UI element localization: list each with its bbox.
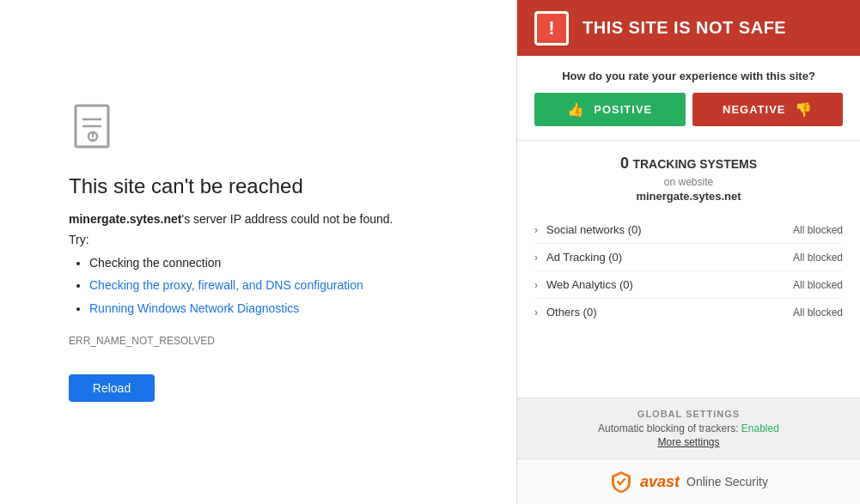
avast-product: Online Security: [686, 475, 768, 489]
tracker-row-social[interactable]: › Social networks (0) All blocked: [534, 216, 843, 244]
chrome-error-page: This site can't be reached minergate.syt…: [0, 0, 516, 504]
tracker-row-ad[interactable]: › Ad Tracking (0) All blocked: [534, 244, 843, 271]
avast-brand: avast: [640, 473, 680, 491]
tracker-row-others[interactable]: › Others (0) All blocked: [534, 299, 843, 325]
list-item: Checking the connection: [89, 253, 448, 272]
global-settings-section: GLOBAL SETTINGS Automatic blocking of tr…: [517, 398, 860, 458]
enabled-link[interactable]: Enabled: [741, 422, 779, 434]
positive-label: POSITIVE: [594, 103, 652, 116]
avast-panel: ! THIS SITE IS NOT SAFE How do you rate …: [516, 0, 860, 504]
rating-question: How do you rate your experience with thi…: [534, 70, 843, 82]
avast-footer: avast Online Security: [517, 458, 860, 504]
tracker-name: Others (0): [546, 306, 793, 319]
tracking-on-text: on website: [534, 176, 843, 188]
svg-point-5: [92, 138, 94, 140]
network-diagnostics-link[interactable]: Running Windows Network Diagnostics: [89, 301, 299, 315]
try-label: Try:: [69, 233, 448, 246]
negative-button[interactable]: NEGATIVE 👎: [692, 93, 844, 126]
tracking-label: TRACKING SYSTEMS: [632, 157, 757, 171]
rating-section: How do you rate your experience with thi…: [517, 56, 860, 141]
tracker-status: All blocked: [793, 307, 843, 319]
chevron-right-icon: ›: [534, 252, 538, 264]
error-code: ERR_NAME_NOT_RESOLVED: [69, 335, 448, 347]
error-domain-text: minergate.sytes.net's server IP address …: [69, 212, 448, 226]
warning-header: ! THIS SITE IS NOT SAFE: [517, 0, 860, 56]
more-settings-link[interactable]: More settings: [534, 436, 843, 448]
chevron-right-icon: ›: [534, 307, 538, 319]
error-icon: [69, 102, 448, 157]
tracker-name: Ad Tracking (0): [546, 251, 793, 264]
thumbs-down-icon: 👎: [795, 101, 813, 118]
tracking-count-line: 0 TRACKING SYSTEMS: [534, 155, 843, 173]
global-settings-title: GLOBAL SETTINGS: [534, 409, 843, 419]
exclamation-icon: !: [534, 11, 569, 46]
positive-button[interactable]: 👍 POSITIVE: [534, 93, 686, 126]
tracker-status: All blocked: [793, 279, 843, 291]
negative-label: NEGATIVE: [723, 103, 786, 116]
list-item: Checking the proxy, firewall, and DNS co…: [89, 276, 448, 295]
avast-logo: [609, 470, 633, 494]
tracking-count: 0: [620, 155, 629, 172]
chevron-right-icon: ›: [534, 279, 538, 291]
tracker-row-analytics[interactable]: › Web Analytics (0) All blocked: [534, 271, 843, 299]
tracker-name: Web Analytics (0): [546, 278, 793, 291]
rating-buttons: 👍 POSITIVE NEGATIVE 👎: [534, 93, 843, 126]
list-item: Running Windows Network Diagnostics: [89, 299, 448, 318]
chevron-right-icon: ›: [534, 224, 538, 236]
tracking-section: 0 TRACKING SYSTEMS on website minergate.…: [517, 141, 860, 398]
domain-name: minergate.sytes.net: [69, 212, 182, 226]
error-title: This site can't be reached: [69, 174, 448, 198]
thumbs-up-icon: 👍: [567, 101, 585, 118]
tracker-status: All blocked: [793, 252, 843, 264]
reload-button[interactable]: Reload: [69, 374, 155, 402]
tracking-domain: minergate.sytes.net: [534, 190, 843, 203]
auto-blocking-text: Automatic blocking of trackers: Enabled: [534, 422, 843, 434]
tracker-name: Social networks (0): [546, 223, 793, 236]
suggestion-list: Checking the connection Checking the pro…: [69, 253, 448, 321]
warning-title: THIS SITE IS NOT SAFE: [582, 18, 786, 38]
tracker-status: All blocked: [793, 224, 843, 236]
proxy-firewall-link[interactable]: Checking the proxy, firewall, and DNS co…: [89, 278, 363, 292]
